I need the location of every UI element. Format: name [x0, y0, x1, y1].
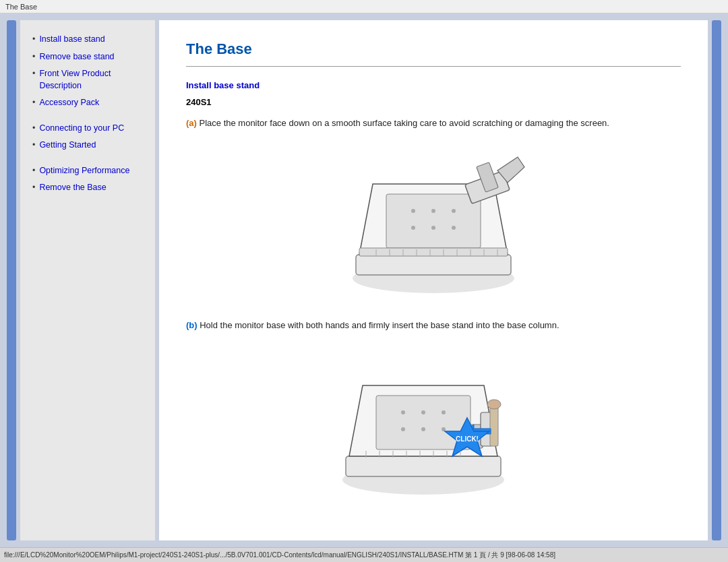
- monitor-facedown-svg: [336, 144, 531, 299]
- title-bar: The Base: [0, 0, 728, 13]
- sidebar-link-install-base-stand[interactable]: Install base stand: [39, 34, 104, 46]
- main-layout: • Install base stand • Remove base stand…: [0, 13, 728, 547]
- svg-point-29: [421, 410, 425, 414]
- svg-rect-36: [490, 406, 498, 446]
- sidebar-item-getting-started[interactable]: • Getting Started: [32, 139, 148, 152]
- svg-point-37: [487, 400, 501, 409]
- bullet-icon: •: [32, 139, 35, 152]
- svg-point-33: [442, 427, 446, 431]
- sidebar-link-optimizing[interactable]: Optimizing Performance: [39, 165, 129, 177]
- sidebar-item-remove-base-stand[interactable]: • Remove base stand: [32, 51, 148, 63]
- svg-point-30: [442, 410, 446, 414]
- sidebar-item-install-base-stand[interactable]: • Install base stand: [32, 34, 148, 46]
- monitor-insert-svg: CLICK!: [326, 345, 541, 500]
- sidebar-link-connecting[interactable]: Connecting to your PC: [39, 123, 124, 135]
- svg-point-4: [411, 209, 415, 213]
- sidebar-item-connecting[interactable]: • Connecting to your PC: [32, 123, 148, 135]
- bullet-icon: •: [32, 165, 35, 177]
- bullet-icon: •: [32, 68, 35, 80]
- content-area: The Base Install base stand 240S1 (a) Pl…: [159, 20, 708, 540]
- svg-point-7: [411, 226, 415, 230]
- left-blue-strip: [7, 20, 16, 540]
- illustration-a: [186, 144, 681, 299]
- sidebar-item-front-view[interactable]: • Front View Product Description: [32, 68, 148, 92]
- title-divider: [186, 66, 681, 67]
- bullet-icon: •: [32, 34, 35, 46]
- sidebar-link-getting-started[interactable]: Getting Started: [39, 139, 96, 152]
- status-bar: file:///E/LCD%20Monitor%20OEM/Philips/M1…: [0, 547, 728, 562]
- svg-point-31: [401, 427, 405, 431]
- sidebar-link-front-view[interactable]: Front View Product Description: [39, 68, 148, 92]
- svg-rect-25: [346, 456, 501, 476]
- step-a-text: (a) Place the monitor face down on a smo…: [186, 117, 681, 130]
- svg-point-5: [431, 209, 435, 213]
- svg-rect-1: [356, 255, 511, 275]
- sidebar-link-accessory-pack[interactable]: Accessory Pack: [39, 97, 99, 109]
- title-bar-text: The Base: [5, 3, 37, 11]
- status-bar-text: file:///E/LCD%20Monitor%20OEM/Philips/M1…: [4, 551, 555, 560]
- sidebar-item-remove-base[interactable]: • Remove the Base: [32, 182, 148, 194]
- svg-point-32: [421, 427, 425, 431]
- sidebar: • Install base stand • Remove base stand…: [20, 20, 155, 540]
- bullet-icon: •: [32, 123, 35, 135]
- svg-point-6: [452, 209, 456, 213]
- bullet-icon: •: [32, 97, 35, 109]
- step-a-description: Place the monitor face down on a smooth …: [197, 118, 609, 128]
- sidebar-link-remove-base[interactable]: Remove the Base: [39, 182, 106, 194]
- svg-rect-3: [386, 194, 481, 248]
- model-name: 240S1: [186, 97, 681, 107]
- step-a-label: (a): [186, 118, 197, 128]
- illustration-b: CLICK!: [186, 345, 681, 500]
- page-title: The Base: [186, 40, 681, 58]
- section-heading: Install base stand: [186, 80, 681, 90]
- svg-point-8: [431, 226, 435, 230]
- step-b-text: (b) Hold the monitor base with both hand…: [186, 319, 681, 332]
- step-b-label: (b): [186, 320, 198, 330]
- svg-text:CLICK!: CLICK!: [456, 435, 479, 443]
- svg-rect-13: [359, 248, 508, 256]
- bullet-icon: •: [32, 182, 35, 194]
- sidebar-link-remove-base-stand[interactable]: Remove base stand: [39, 51, 114, 63]
- sidebar-item-optimizing[interactable]: • Optimizing Performance: [32, 165, 148, 177]
- right-blue-strip: [712, 20, 721, 540]
- sidebar-item-accessory-pack[interactable]: • Accessory Pack: [32, 97, 148, 109]
- svg-point-28: [401, 410, 405, 414]
- step-b-description: Hold the monitor base with both hands an…: [198, 320, 559, 330]
- svg-point-9: [452, 226, 456, 230]
- bullet-icon: •: [32, 51, 35, 63]
